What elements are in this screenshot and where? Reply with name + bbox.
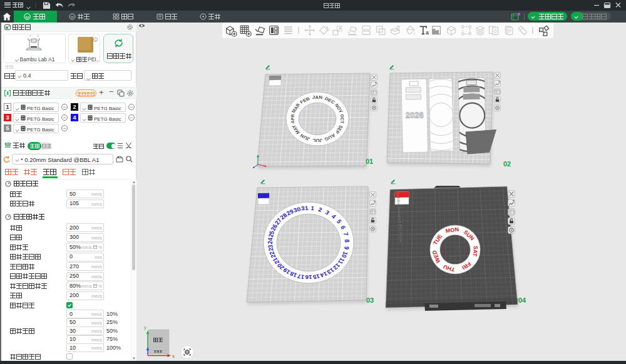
svg-text:04: 04 <box>518 296 526 304</box>
svg-text:P: P <box>508 28 511 34</box>
svg-text:x: x <box>172 353 175 359</box>
svg-text:0: 0 <box>494 28 497 34</box>
svg-text:2026: 2026 <box>406 110 424 120</box>
svg-text:APR: APR <box>289 114 295 123</box>
svg-text:31: 31 <box>301 205 309 211</box>
svg-text:23: 23 <box>266 245 274 251</box>
svg-text:a: a <box>426 29 429 36</box>
svg-text:01: 01 <box>366 158 373 165</box>
svg-text:OCT: OCT <box>339 114 346 123</box>
svg-text:JUL: JUL <box>312 138 322 143</box>
svg-text:JAN: JAN <box>312 95 323 100</box>
svg-text:03: 03 <box>366 296 374 304</box>
svg-text:24: 24 <box>266 237 274 244</box>
svg-text:16: 16 <box>305 274 312 280</box>
svg-text:y: y <box>144 325 146 330</box>
svg-text:02: 02 <box>503 160 511 168</box>
svg-text:8: 8 <box>344 239 351 243</box>
svg-text:SAT: SAT <box>471 246 479 258</box>
